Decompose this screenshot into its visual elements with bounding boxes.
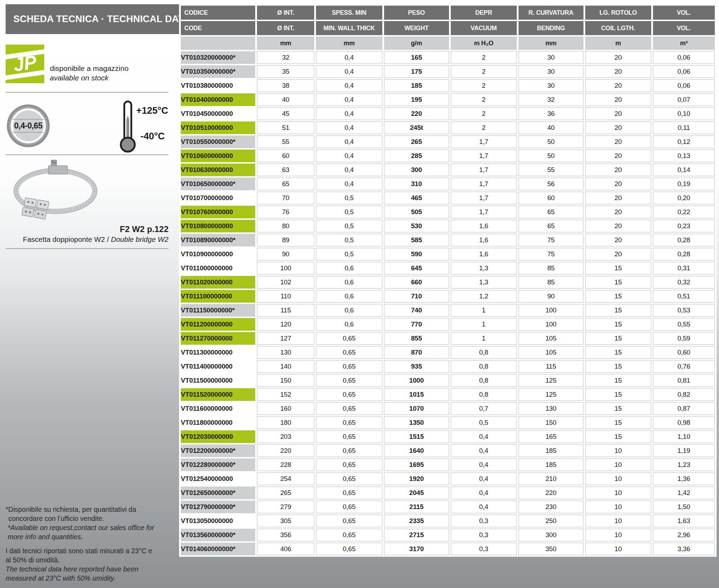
value-cell: 0,4 [316, 65, 382, 78]
product-code-cell: VT011000000000 [181, 262, 255, 275]
value-cell: 465 [384, 192, 449, 204]
value-cell: 2115 [384, 501, 449, 513]
accessory-description: Fascetta doppioponte W2 / Double bridge … [21, 234, 169, 244]
table-row: VT010800000000800,55301,665200,23 [181, 220, 715, 232]
value-cell: 2 [451, 65, 517, 78]
unit-cell-gm: g/m [384, 37, 449, 50]
value-cell: 1 [451, 332, 517, 345]
value-cell: 10 [585, 487, 651, 499]
table-row: VT013560000000*3560,6527150,3300102,96 [181, 529, 715, 541]
value-cell: 15 [585, 318, 651, 331]
value-cell: 0,4 [316, 150, 382, 162]
value-cell: 0,4 [451, 473, 517, 485]
col-header-wall-thick: MIN. WALL THICK [316, 21, 382, 35]
value-cell: 1000 [384, 374, 449, 387]
value-cell: 1 [451, 318, 517, 331]
thermometer-icon [118, 100, 138, 153]
accessory-description-en: Double bridge W2 [111, 235, 169, 243]
value-cell: 20 [585, 192, 651, 204]
value-cell: 105 [519, 346, 583, 359]
value-cell: 1,7 [451, 164, 517, 176]
value-cell: 1,50 [653, 501, 715, 513]
product-code-cell: VT011400000000 [181, 360, 255, 373]
value-cell: 0,4 [316, 121, 382, 134]
value-cell: 0,65 [316, 543, 382, 555]
value-cell: 20 [585, 220, 651, 232]
value-cell: 1,7 [451, 150, 517, 162]
technical-data-table: CODICE Ø INT. SPESS. MIN PESO DEPR R. CU… [179, 4, 717, 557]
footnote-measurement-en: The technical data here reported have be… [6, 564, 157, 583]
value-cell: 175 [384, 65, 449, 78]
value-cell: 220 [519, 487, 583, 499]
value-cell: 0,65 [316, 332, 382, 345]
value-cell: 125 [519, 374, 583, 387]
value-cell: 1,42 [653, 487, 715, 499]
value-cell: 180 [257, 416, 314, 429]
value-cell: 0,65 [316, 346, 382, 359]
unit-cell-mm2: mm [316, 37, 382, 50]
product-code-cell: VT010320000000* [181, 51, 255, 64]
value-cell: 2715 [384, 529, 449, 541]
value-cell: 20 [585, 248, 651, 260]
value-cell: 90 [519, 290, 583, 303]
value-cell: 220 [257, 444, 314, 457]
product-code-cell: VT011020000000 [181, 276, 255, 289]
table-row: VT0116000000001600,6510700,7130150,87 [181, 402, 715, 415]
value-cell: 0,3 [451, 543, 517, 555]
value-cell: 40 [257, 93, 314, 106]
divider [6, 154, 169, 155]
footnotes: *Disponibile su richiesta, per quantitat… [6, 505, 157, 588]
value-cell: 254 [257, 473, 314, 485]
value-cell: 1515 [384, 430, 449, 443]
value-cell: 406 [257, 543, 314, 555]
value-cell: 185 [519, 444, 583, 457]
value-cell: 0,5 [316, 234, 382, 246]
value-cell: 0,20 [653, 192, 715, 204]
value-cell: 0,06 [653, 79, 715, 92]
value-cell: 1,7 [451, 178, 517, 190]
table-row: VT010630000000630,43001,755200,14 [181, 164, 715, 176]
value-cell: 660 [384, 276, 449, 289]
table-row: VT010890000000*890,55851,675200,28 [181, 234, 715, 246]
product-code-cell: VT010900000000 [181, 248, 255, 260]
value-cell: 0,8 [451, 360, 517, 373]
value-cell: 63 [257, 164, 314, 176]
value-cell: 160 [257, 402, 314, 415]
product-code-cell: VT010510000000 [181, 121, 255, 134]
value-cell: 0,98 [653, 416, 715, 429]
accessory-reference: F2 W2 p.122 [21, 224, 169, 234]
value-cell: 15 [585, 430, 651, 443]
jp-stock-logo-icon: JP [6, 45, 44, 83]
value-cell: 102 [257, 276, 314, 289]
value-cell: 0,53 [653, 304, 715, 317]
product-code-cell: VT011100000000 [181, 290, 255, 303]
value-cell: 1,63 [653, 515, 715, 527]
value-cell: 0,59 [653, 332, 715, 345]
value-cell: 0,4 [316, 107, 382, 120]
table-row: VT0115000000001500,6510000,8125150,81 [181, 374, 715, 387]
value-cell: 20 [585, 79, 651, 92]
value-cell: 20 [585, 51, 651, 64]
value-cell: 20 [585, 136, 651, 148]
table-row: VT0112000000001200,67701100150,55 [181, 318, 715, 331]
value-cell: 1,2 [451, 290, 517, 303]
value-cell: 0,4 [316, 164, 382, 176]
value-cell: 100 [519, 304, 583, 317]
value-cell: 0,6 [316, 304, 382, 317]
value-cell: 310 [384, 178, 449, 190]
value-cell: 50 [519, 136, 583, 148]
table-row: VT011150000000*1150,67401100150,53 [181, 304, 715, 317]
product-code-cell: VT012650000000* [181, 487, 255, 499]
value-cell: 15 [585, 374, 651, 387]
product-code-cell: VT010760000000 [181, 206, 255, 218]
value-cell: 15 [585, 360, 651, 373]
value-cell: 56 [519, 178, 583, 190]
value-cell: 2 [451, 121, 517, 134]
product-code-cell: VT010800000000 [181, 220, 255, 232]
col-header-coil-length: COIL LGTH. [585, 21, 651, 35]
value-cell: 0,7 [451, 402, 517, 415]
product-code-cell: VT011800000000 [181, 416, 255, 429]
value-cell: 740 [384, 304, 449, 317]
value-cell: 203 [257, 430, 314, 443]
value-cell: 35 [257, 65, 314, 78]
